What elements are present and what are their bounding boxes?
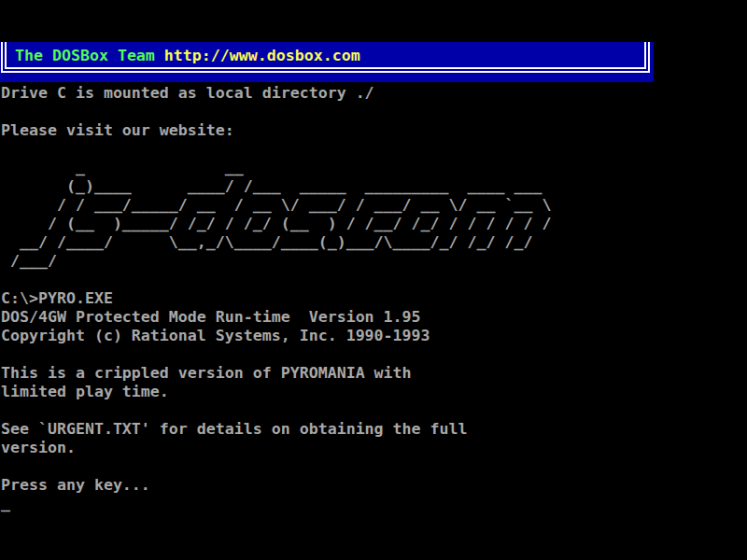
ascii-logo: _ __ (_)____ ____/ /___ _____ _________ … (1, 159, 551, 271)
dosbox-banner: The DOSBox Team http://www.dosbox.com (0, 42, 654, 82)
terminal-cursor: _ (1, 495, 10, 512)
key-prompt: Press any key... (1, 476, 150, 495)
banner-border-left-outer (1, 42, 3, 73)
banner-text: The DOSBox Team http://www.dosbox.com (15, 47, 360, 65)
banner-border-right-outer (648, 42, 650, 73)
cursor-line: _ (1, 495, 10, 513)
urgent-message: See `URGENT.TXT' for details on obtainin… (1, 420, 468, 457)
dos-screen[interactable]: The DOSBox Team http://www.dosbox.com Dr… (0, 0, 747, 560)
banner-border-bottom-outer (1, 71, 650, 73)
crippled-message: This is a crippled version of PYROMANIA … (1, 364, 412, 401)
banner-border-right-inner (644, 42, 646, 69)
banner-url-label: http://www.dosbox.com (164, 47, 360, 64)
banner-border-left-inner (5, 42, 7, 69)
website-line: Please visit our website: (1, 121, 234, 140)
banner-team-label: The DOSBox Team (15, 47, 155, 64)
boot-output: C:\>PYRO.EXE DOS/4GW Protected Mode Run-… (1, 289, 430, 345)
mount-line: Drive C is mounted as local directory ./ (1, 84, 374, 103)
banner-border-bottom-inner (7, 67, 646, 69)
